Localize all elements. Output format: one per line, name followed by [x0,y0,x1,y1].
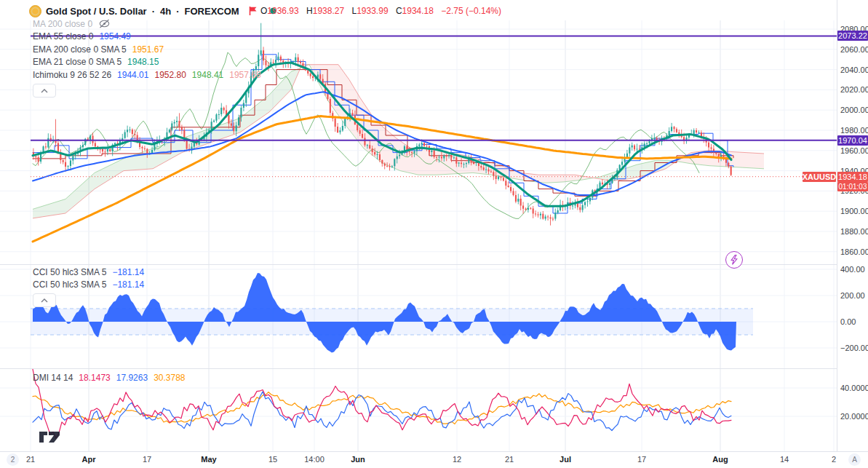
price-axis[interactable]: 2080.002060.002040.002020.002000.001980.… [837,0,868,451]
legend-row-ema200[interactable]: EMA 200 close 0 SMA 5 1951.67 [33,43,261,56]
axis-tick-label: 2060.00 [840,45,868,54]
legend-row-ema21[interactable]: EMA 21 close 0 SMA 5 1948.15 [33,56,261,69]
eye-slash-icon[interactable] [98,19,111,28]
time-axis-label: 14 [780,455,789,464]
time-axis[interactable]: 2 A 21Apr17May1514:00Jun1221Jul17Aug142 [0,452,868,468]
indicator-title: CCI 50 hlc3 SMA 5 [33,279,106,290]
indicator-title: EMA 21 close 0 SMA 5 [33,57,122,67]
legend-row-cci-1[interactable]: CCI 50 hlc3 SMA 5 −181.14 [33,266,144,279]
time-axis-label: 15 [268,455,277,464]
axis-tick-label: 40.0000 [840,384,868,392]
cci-pane-legend: CCI 50 hlc3 SMA 5 −181.14 CCI 50 hlc3 SM… [33,266,144,307]
indicator-value: −181.14 [112,279,144,290]
time-axis-label: Jun [351,455,365,464]
indicator-value: 1954.49 [99,31,130,41]
indicator-title: EMA 200 close 0 SMA 5 [33,44,127,55]
axis-tick-label: 1960.00 [840,146,868,155]
lightning-bolt-icon [730,255,738,265]
interval-label[interactable]: 4h [160,6,171,17]
indicator-value: 1951.67 [132,44,164,55]
open-value: 1936.93 [267,6,298,16]
axis-tick-label: 20.0000 [840,412,868,421]
axis-tick-label: 2020.00 [840,85,868,94]
indicator-value: 1952.80 [154,70,186,80]
time-axis-label: Aug [712,455,728,464]
level-price-label: 2073.22 [837,31,868,41]
time-axis-left-badge[interactable]: 2 [7,453,19,466]
indicator-title: EMA 55 close 0 [33,31,93,41]
auto-scale-badge[interactable]: A [848,453,861,466]
high-value: 1938.27 [313,6,344,16]
low-value: 1933.99 [357,6,388,16]
indicator-title: Ichimoku 9 26 52 26 [33,70,111,80]
open-label: O [260,6,267,16]
symbol-price-flag: XAUUSD [803,172,836,182]
axis-tick-label: 1860.00 [840,247,868,256]
main-pane-legend: MA 200 close 0 EMA 55 close 0 1954.49 EM… [33,17,261,98]
instant-trading-button[interactable] [725,251,743,269]
indicator-value: 1944.01 [117,70,148,80]
time-axis-label: Jul [560,455,571,464]
indicator-value: 1948.15 [127,57,159,67]
legend-row-ichimoku[interactable]: Ichimoku 9 26 52 26 1944.011952.801948.4… [33,68,261,82]
indicator-title: MA 200 close 0 [33,19,92,29]
change-value: −2.75 (−0.14%) [441,6,501,16]
high-label: H [306,6,313,16]
time-axis-label: 21 [505,455,514,464]
exchange-label: FOREXCOM [185,6,239,17]
tradingview-chart-window: Gold Spot / U.S. Dollar · 4h · FOREXCOM … [0,0,868,468]
indicator-value: −181.14 [112,267,144,277]
symbol-title[interactable]: Gold Spot / U.S. Dollar [46,6,147,17]
close-label: C [396,6,402,16]
legend-row-cci-2[interactable]: CCI 50 hlc3 SMA 5 −181.14 [33,279,144,292]
legend-row-ma200[interactable]: MA 200 close 0 [33,17,261,31]
symbol-header[interactable]: Gold Spot / U.S. Dollar · 4h · FOREXCOM [29,4,277,18]
axis-tick-label: 0.00 [840,317,856,326]
legend-row-dmi[interactable]: DMI 14 14 18.147317.926330.3788 [33,371,186,384]
time-axis-label: Apr [82,455,96,464]
indicator-value: 18.1473 [79,373,110,383]
time-axis-label: 17 [143,455,151,464]
time-axis-label: 2 [832,455,836,464]
last-price-label: 1934.18 [837,172,868,182]
axis-tick-label: 1900.00 [840,207,868,215]
tradingview-logo [39,427,63,446]
time-axis-label: 12 [453,455,461,464]
axis-tick-label: 1980.00 [840,126,868,135]
axis-tick-label: 400.00 [840,265,865,274]
collapse-pane-button[interactable] [33,84,56,98]
level-price-label: 1970.04 [837,135,868,146]
indicator-title: CCI 50 hlc3 SMA 5 [33,267,106,277]
axis-tick-label: −200.00 [840,344,868,352]
axis-tick-label: 2000.00 [840,106,868,114]
title-separator: · [152,6,155,17]
axis-tick-label: 1880.00 [840,227,868,236]
flag-icon[interactable] [248,6,258,16]
close-value: 1934.18 [402,6,434,16]
legend-row-ema55[interactable]: EMA 55 close 0 1954.49 [33,31,261,44]
axis-tick-label: 200.00 [840,291,865,300]
title-separator: · [176,6,179,17]
indicator-value: 1948.41 [192,70,223,80]
indicator-value: 30.3788 [154,373,185,383]
dmi-pane-legend: DMI 14 14 18.147317.926330.3788 [33,371,186,384]
bar-countdown-label: 01:01:03 [837,182,868,191]
collapse-pane-button[interactable] [33,293,56,307]
time-axis-label: May [201,455,216,464]
indicator-value: 17.9263 [116,373,148,383]
time-axis-label: 14:00 [304,455,324,464]
gold-coin-icon [29,5,41,17]
time-axis-label: 17 [637,455,646,464]
indicator-title: DMI 14 14 [33,373,73,383]
axis-tick-label: 2040.00 [840,66,868,74]
time-axis-label: 21 [26,455,35,464]
ohlc-readout: O1936.93 H1938.27 L1933.99 C1934.18 −2.7… [260,6,501,16]
indicator-value: 1957.68 [229,70,260,80]
